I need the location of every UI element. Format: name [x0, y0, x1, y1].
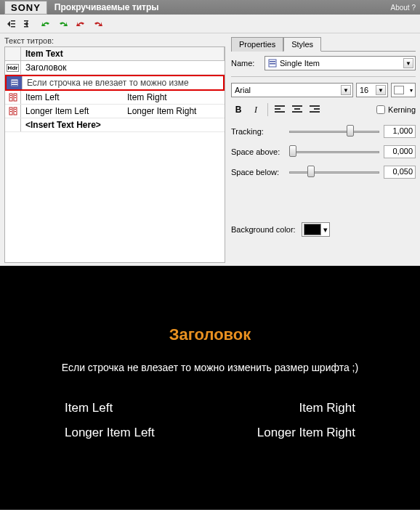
preview-row: Longer Item Left Longer Item Right [65, 426, 355, 440]
preview-subtitle: Если строчка не влезает то можно изменит… [62, 362, 358, 373]
titles-grid[interactable]: Item Text Hdr Заголовок Если строчка не … [4, 46, 225, 263]
align-center-button[interactable] [290, 102, 304, 117]
svg-rect-18 [10, 109, 12, 110]
chevron-down-icon: ▾ [323, 225, 328, 235]
preview-cell-right: Item Right [299, 401, 355, 415]
cell-right[interactable]: Item Right [123, 92, 225, 102]
space-below-value[interactable]: 0,050 [384, 166, 416, 179]
kerning-input[interactable] [376, 105, 385, 114]
space-below-row: Space below: 0,050 [231, 166, 416, 179]
indent-icon[interactable] [22, 17, 35, 31]
dual-item-icon [5, 105, 21, 118]
name-label: Name: [231, 59, 260, 68]
space-above-label: Space above: [231, 147, 285, 156]
svg-rect-32 [314, 108, 320, 110]
redo-red-icon[interactable] [92, 17, 105, 31]
italic-button[interactable]: I [249, 102, 263, 117]
separator [231, 76, 416, 77]
svg-rect-21 [15, 111, 16, 112]
grid-header: Item Text [5, 47, 225, 61]
cell-right[interactable]: Longer Item Right [123, 106, 225, 116]
right-panel: Properties Styles Name: Single Item ▼ Ar… [230, 33, 420, 266]
svg-rect-28 [292, 105, 302, 107]
tab-properties[interactable]: Properties [231, 37, 283, 52]
align-right-button[interactable] [307, 102, 322, 117]
svg-rect-7 [12, 81, 17, 82]
format-row: B I Kerning [231, 102, 416, 118]
chevron-down-icon: ▼ [403, 58, 413, 68]
svg-rect-12 [10, 95, 12, 96]
svg-rect-13 [15, 95, 16, 96]
space-above-slider[interactable] [289, 145, 379, 158]
undo-green-icon[interactable] [39, 17, 52, 31]
cell-left[interactable]: Item Left [21, 92, 123, 102]
col-item-text[interactable]: Item Text [21, 47, 225, 60]
dual-item-icon [5, 91, 21, 104]
bg-color-row: Background color: ▾ [231, 222, 416, 237]
svg-rect-2 [11, 26, 15, 28]
font-size-combo[interactable]: 16 ▼ [356, 83, 388, 97]
font-size-value: 16 [360, 86, 368, 94]
preview-cell-left: Longer Item Left [65, 426, 155, 440]
preview-area: Заголовок Если строчка не влезает то мож… [0, 266, 420, 510]
outdent-icon[interactable] [4, 17, 17, 31]
table-row[interactable]: Hdr Заголовок [5, 61, 225, 75]
font-color-selector[interactable]: ▾ [391, 83, 416, 97]
svg-rect-14 [10, 97, 12, 98]
tracking-value[interactable]: 1,000 [384, 125, 416, 138]
work-area: Текст титров: Item Text Hdr Заголовок Ес… [0, 33, 420, 266]
svg-rect-9 [12, 85, 17, 86]
preview-cell-right: Longer Item Right [257, 426, 355, 440]
bold-button[interactable]: B [231, 102, 246, 117]
svg-rect-26 [275, 108, 280, 110]
align-left-button[interactable] [272, 102, 287, 117]
redo-green-icon[interactable] [57, 17, 70, 31]
svg-rect-23 [270, 61, 275, 62]
cell-insert[interactable]: <Insert Text Here> [21, 120, 225, 130]
svg-rect-27 [275, 111, 285, 113]
undo-red-icon[interactable] [74, 17, 87, 31]
table-row-insert[interactable]: <Insert Text Here> [5, 118, 225, 132]
name-combo[interactable]: Single Item ▼ [264, 56, 416, 70]
bg-color-selector[interactable]: ▾ [302, 222, 330, 237]
header-row-icon: Hdr [5, 61, 21, 74]
font-family-combo[interactable]: Arial ▼ [231, 83, 353, 97]
tracking-label: Tracking: [231, 127, 285, 136]
single-item-icon [7, 76, 23, 89]
table-row[interactable]: Longer Item Left Longer Item Right [5, 105, 225, 118]
about-link[interactable]: About ? [391, 4, 416, 12]
name-value: Single Item [280, 59, 320, 68]
table-row[interactable]: Item Left Item Right [5, 91, 225, 105]
svg-rect-31 [310, 105, 320, 107]
name-row: Name: Single Item ▼ [231, 56, 416, 70]
cell-left[interactable]: Заголовок [21, 62, 225, 73]
cell-left[interactable]: Если строчка не влезает то можно изме [23, 78, 223, 88]
bg-swatch [304, 224, 321, 235]
svg-rect-3 [24, 20, 28, 22]
preview-columns: Item Left Item Right Longer Item Left Lo… [36, 391, 384, 450]
svg-rect-15 [15, 97, 16, 98]
titles-text-label: Текст титров: [4, 36, 225, 45]
preview-cell-left: Item Left [65, 401, 113, 415]
svg-rect-0 [11, 20, 15, 22]
space-above-value[interactable]: 0,000 [384, 145, 416, 158]
kerning-label: Kerning [388, 105, 416, 114]
kerning-checkbox[interactable]: Kerning [376, 105, 416, 114]
tracking-slider[interactable] [289, 125, 379, 138]
tab-styles[interactable]: Styles [283, 37, 321, 52]
empty-icon [5, 118, 21, 131]
separator [267, 103, 268, 116]
table-row-selected[interactable]: Если строчка не влезает то можно изме [5, 75, 225, 91]
brand-logo: SONY [4, 1, 47, 15]
space-below-slider[interactable] [289, 166, 379, 179]
color-swatch [394, 86, 404, 94]
window-title: Прокручиваемые титры [54, 2, 159, 12]
font-row: Arial ▼ 16 ▼ ▾ [231, 83, 416, 97]
left-panel: Текст титров: Item Text Hdr Заголовок Ес… [0, 33, 230, 266]
style-tabs: Properties Styles [231, 36, 416, 52]
tracking-row: Tracking: 1,000 [231, 125, 416, 138]
toolbar [0, 15, 420, 33]
font-family-value: Arial [235, 86, 251, 94]
cell-left[interactable]: Longer Item Left [21, 106, 123, 116]
svg-rect-19 [15, 109, 16, 110]
